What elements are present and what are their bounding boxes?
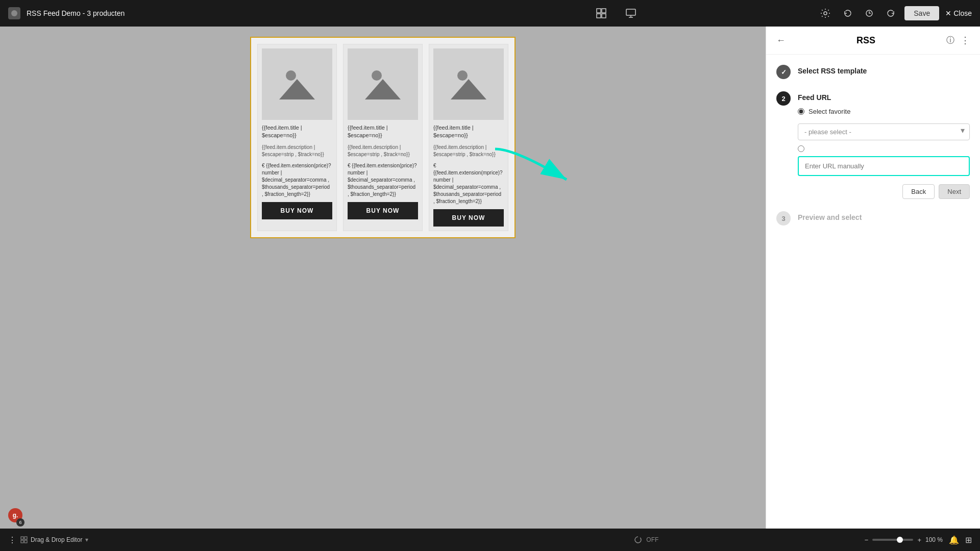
buy-now-button[interactable]: BUY NOW (348, 202, 418, 219)
toggle-off-label[interactable]: OFF (646, 536, 658, 543)
product-price: € {{feed.item.extension(mprice)?number |… (433, 162, 504, 205)
enter-url-radio[interactable] (798, 145, 804, 152)
grid-view-icon[interactable] (593, 5, 610, 22)
svg-rect-18 (24, 537, 27, 539)
product-title: {{feed.item.title | $escape=no}} (262, 124, 332, 140)
desktop-view-icon[interactable] (622, 5, 640, 22)
svg-point-14 (457, 70, 468, 81)
app-logo (8, 7, 20, 19)
step-3-item: 3 Preview and select (776, 211, 970, 226)
svg-rect-2 (602, 9, 606, 13)
product-desc: {{feed.item.description | $escape=strip … (262, 144, 332, 158)
main-content: {{feed.item.title | $escape=no}} {{feed.… (0, 27, 980, 529)
step-1-item: ✓ Select RSS template (776, 65, 970, 79)
select-favorite-label: Select favorite (808, 108, 850, 115)
panel-back-button[interactable]: ← (776, 35, 786, 46)
back-button[interactable]: Back (902, 184, 935, 199)
select-favorite-radio[interactable] (798, 108, 804, 115)
enter-url-option[interactable] (798, 145, 970, 152)
product-image (348, 48, 418, 120)
bottombar: ⋮ Drag & Drop Editor ▾ OFF − + 100 % 🔔 (0, 529, 980, 551)
svg-rect-17 (21, 537, 23, 539)
product-price: € {{feed.item.extension(price)?number | … (348, 162, 418, 198)
svg-rect-19 (21, 540, 23, 543)
svg-point-8 (824, 12, 827, 15)
url-input-wrapper (798, 156, 970, 176)
bottombar-center: OFF (436, 536, 856, 544)
product-image (433, 48, 504, 120)
radio-group: Select favorite (798, 108, 970, 115)
product-card: {{feed.item.title | $escape=no}} {{feed.… (343, 44, 423, 231)
step-3-content: Preview and select (798, 211, 970, 221)
close-button[interactable]: ✕ Close (945, 9, 972, 17)
dropdown-chevron-icon: ▾ (85, 536, 88, 543)
settings-icon[interactable] (817, 5, 834, 22)
panel-header: ← RSS ⓘ ⋮ (766, 27, 980, 55)
zoom-control: − + 100 % (865, 536, 943, 544)
avatar-badge: 6 (16, 518, 24, 527)
step-2-content: Feed URL Select favorite - please select… (798, 91, 970, 199)
topbar: RSS Feed Demo - 3 producten (0, 0, 980, 27)
step-actions: Back Next (798, 184, 970, 199)
buy-now-button[interactable]: BUY NOW (262, 202, 332, 219)
step-2-item: 2 Feed URL Select favorite (776, 91, 970, 199)
bottombar-right: − + 100 % 🔔 ⊞ (865, 535, 972, 545)
panel-title: RSS (792, 35, 940, 46)
next-button[interactable]: Next (939, 184, 970, 199)
product-image (262, 48, 332, 120)
enter-url-group (798, 145, 970, 152)
product-card: {{feed.item.title | $escape=no}} {{feed.… (429, 44, 508, 231)
zoom-out-icon[interactable]: − (865, 536, 869, 544)
product-title: {{feed.item.title | $escape=no}} (433, 124, 504, 140)
save-button[interactable]: Save (904, 6, 939, 20)
zoom-slider-thumb[interactable] (897, 537, 903, 543)
step-3-number: 3 (776, 211, 791, 226)
refresh-icon (634, 536, 642, 544)
drag-drop-icon (20, 536, 28, 543)
url-input[interactable] (798, 156, 970, 176)
svg-rect-3 (597, 14, 601, 18)
page-title: RSS Feed Demo - 3 producten (27, 9, 415, 17)
svg-point-10 (286, 70, 296, 81)
zoom-slider[interactable] (872, 539, 913, 541)
notification-bell-icon[interactable]: 🔔 (949, 535, 959, 545)
step-2-label: Feed URL (798, 93, 970, 102)
step-1-label: Select RSS template (798, 67, 970, 75)
history-icon[interactable] (862, 6, 877, 21)
please-select-wrapper: - please select - (798, 119, 970, 140)
bottombar-left: ⋮ Drag & Drop Editor ▾ (8, 535, 428, 545)
product-price: € {{feed.item.extension(price)?number | … (262, 162, 332, 198)
svg-marker-11 (279, 79, 315, 99)
drag-drop-mode[interactable]: Drag & Drop Editor ▾ (20, 536, 88, 543)
canvas-area: {{feed.item.title | $escape=no}} {{feed.… (0, 27, 766, 529)
feed-select-dropdown[interactable]: - please select - (798, 123, 970, 140)
feed-url-content: Select favorite - please select - (798, 108, 970, 199)
check-icon: ✓ (781, 68, 787, 76)
product-desc: {{feed.item.description | $escape=strip … (348, 144, 418, 158)
svg-marker-15 (451, 79, 486, 99)
more-options-icon[interactable]: ⋮ (961, 35, 970, 46)
zoom-in-icon[interactable]: + (917, 536, 921, 544)
product-card: {{feed.item.title | $escape=no}} {{feed.… (257, 44, 337, 231)
redo-icon[interactable] (883, 6, 898, 21)
panel-body: ✓ Select RSS template 2 Feed URL (766, 55, 980, 529)
step-2-number: 2 (776, 91, 791, 106)
step-3-label: Preview and select (798, 213, 970, 221)
info-icon[interactable]: ⓘ (946, 35, 954, 46)
svg-rect-4 (602, 14, 606, 18)
apps-grid-icon[interactable]: ⊞ (965, 535, 972, 545)
svg-rect-1 (597, 9, 601, 13)
select-favorite-option[interactable]: Select favorite (798, 108, 970, 115)
step-1-number: ✓ (776, 65, 791, 79)
canvas-inner: {{feed.item.title | $escape=no}} {{feed.… (250, 37, 516, 238)
svg-point-12 (372, 70, 382, 81)
step-1-content: Select RSS template (798, 65, 970, 75)
product-title: {{feed.item.title | $escape=no}} (348, 124, 418, 140)
svg-point-0 (11, 10, 17, 16)
right-panel: ← RSS ⓘ ⋮ ✓ Select RSS template 2 (766, 27, 980, 529)
undo-icon[interactable] (840, 6, 855, 21)
buy-now-button[interactable]: BUY NOW (433, 209, 504, 227)
x-icon: ✕ (945, 9, 951, 17)
bottombar-menu-icon[interactable]: ⋮ (8, 535, 16, 545)
zoom-percent: 100 % (925, 536, 943, 543)
